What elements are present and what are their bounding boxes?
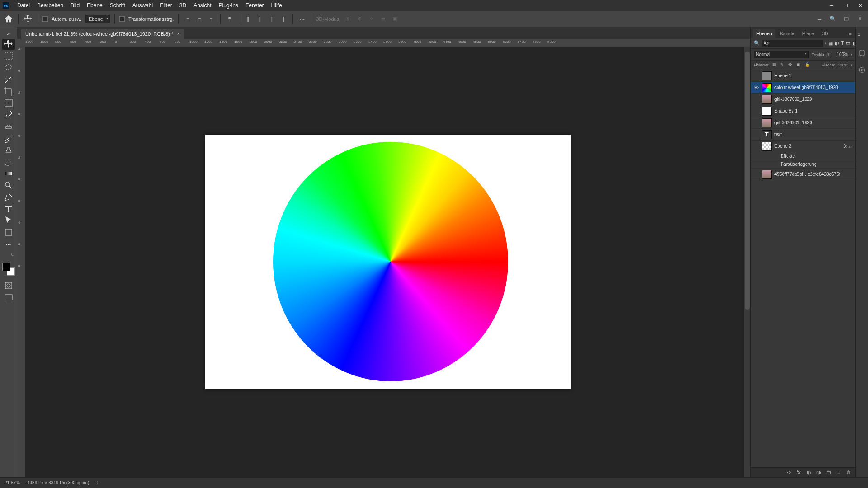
close-button[interactable]: ✕ — [854, 1, 867, 9]
foreground-color-swatch[interactable] — [2, 263, 10, 271]
align-stretch-icon[interactable]: ‖ — [279, 14, 288, 23]
layer-row[interactable]: 4558ff77db5af…c2efe8428e675f — [751, 169, 855, 180]
menu-filter[interactable]: Filter — [156, 2, 176, 9]
menu-select[interactable]: Auswahl — [129, 2, 156, 9]
pen-tool[interactable] — [2, 192, 15, 202]
fill-value[interactable]: 100% — [838, 63, 848, 67]
more-tools-icon[interactable]: ••• — [2, 239, 15, 249]
move-tool-icon[interactable] — [23, 14, 33, 24]
layer-visibility-icon[interactable] — [753, 120, 759, 126]
menu-view[interactable]: Ansicht — [190, 2, 215, 9]
layer-thumbnail[interactable] — [762, 118, 772, 127]
filter-type-icon[interactable]: T — [841, 40, 844, 47]
tab-paths[interactable]: Pfade — [799, 29, 818, 38]
canvas-viewport[interactable] — [25, 47, 750, 477]
status-disclosure-icon[interactable]: 〉 — [96, 480, 101, 486]
layer-thumbnail[interactable] — [762, 71, 772, 80]
brush-tool[interactable] — [2, 133, 15, 144]
path-selection-tool[interactable] — [2, 215, 15, 226]
layer-row[interactable]: Ttext — [751, 129, 855, 141]
layer-thumbnail[interactable] — [762, 170, 772, 179]
horizontal-ruler[interactable]: 1200100080060040020002004006008001000120… — [25, 39, 750, 47]
search-icon[interactable]: 🔍 — [828, 14, 837, 23]
layer-thumbnail[interactable] — [762, 142, 772, 151]
healing-brush-tool[interactable] — [2, 121, 15, 132]
align-left-icon[interactable]: ≡ — [183, 14, 192, 23]
canvas-artboard[interactable] — [205, 135, 571, 389]
menu-edit[interactable]: Bearbeiten — [33, 2, 67, 9]
crop-tool[interactable] — [2, 86, 15, 97]
move-tool[interactable] — [2, 39, 15, 50]
lock-all-icon[interactable]: 🔒 — [805, 62, 810, 68]
dodge-tool[interactable] — [2, 180, 15, 191]
lock-brush-icon[interactable]: ✎ — [780, 62, 786, 68]
auto-select-checkbox[interactable] — [42, 16, 48, 22]
toolbar-collapse-icon[interactable]: » — [2, 29, 15, 38]
home-icon[interactable] — [4, 14, 14, 24]
menu-layer[interactable]: Ebene — [83, 2, 106, 9]
menu-type[interactable]: Schrift — [106, 2, 129, 9]
layer-group-icon[interactable]: 🗀 — [826, 469, 833, 476]
clone-stamp-tool[interactable] — [2, 145, 15, 155]
lock-position-icon[interactable]: ✥ — [788, 62, 794, 68]
layer-thumbnail[interactable] — [762, 83, 772, 92]
layer-visibility-icon[interactable] — [753, 131, 759, 138]
magic-wand-tool[interactable] — [2, 74, 15, 85]
layer-list[interactable]: Ebene 1👁colour-wheel-gb9f78d013_1920girl… — [751, 70, 855, 467]
panel-menu-icon[interactable]: ≡ — [845, 29, 855, 38]
close-document-icon[interactable]: × — [177, 31, 180, 37]
minimize-button[interactable]: ─ — [825, 1, 838, 9]
layer-visibility-icon[interactable] — [753, 108, 759, 114]
layer-visibility-icon[interactable]: 👁 — [753, 84, 759, 91]
menu-file[interactable]: Datei — [14, 2, 33, 9]
layer-effect-row[interactable]: Effekte — [751, 152, 855, 160]
layer-name[interactable]: girl-1867092_1920 — [774, 97, 812, 102]
align-top-icon[interactable]: ‖ — [244, 14, 253, 23]
zoom-level[interactable]: 21,57% — [5, 480, 20, 485]
vertical-ruler[interactable]: 40200200400 — [17, 47, 25, 477]
layer-fx-badge[interactable]: fx ⌄ — [843, 144, 852, 149]
layer-name[interactable]: Ebene 2 — [774, 144, 791, 149]
layer-fx-icon[interactable]: fx — [797, 469, 803, 476]
new-layer-icon[interactable]: ＋ — [836, 469, 843, 476]
layer-row[interactable]: Ebene 2fx ⌄ — [751, 141, 855, 152]
maximize-button[interactable]: ☐ — [839, 1, 853, 9]
libraries-icon[interactable] — [858, 49, 866, 57]
menu-help[interactable]: Hilfe — [268, 2, 286, 9]
opacity-value[interactable]: 100% — [833, 52, 848, 57]
layer-name[interactable]: text — [774, 132, 782, 137]
align-right-icon[interactable]: ≡ — [207, 14, 216, 23]
share-icon[interactable]: ⇧ — [855, 14, 864, 23]
transform-controls-checkbox[interactable] — [119, 16, 125, 22]
lock-artboard-icon[interactable]: ▣ — [797, 62, 802, 68]
align-center-v-icon[interactable]: ‖ — [255, 14, 264, 23]
screen-mode-tool[interactable] — [2, 292, 15, 303]
layer-visibility-icon[interactable] — [753, 73, 759, 79]
layer-visibility-icon[interactable] — [753, 171, 759, 178]
properties-icon[interactable] — [858, 66, 866, 74]
shape-tool[interactable] — [2, 227, 15, 238]
layer-name[interactable]: Shape 87 1 — [774, 108, 797, 113]
scrollbar-thumb[interactable] — [745, 52, 750, 310]
workspace-icon[interactable]: ▢ — [842, 14, 851, 23]
menu-plugins[interactable]: Plug-ins — [215, 2, 242, 9]
layer-effect-row[interactable]: Farbüberlagerung — [751, 160, 855, 169]
filter-adjustment-icon[interactable]: ◐ — [835, 40, 839, 47]
align-bottom-icon[interactable]: ‖ — [267, 14, 276, 23]
layer-row[interactable]: girl-1867092_1920 — [751, 94, 855, 105]
type-tool[interactable] — [2, 203, 15, 214]
layer-thumbnail[interactable]: T — [762, 130, 772, 139]
layer-thumbnail[interactable] — [762, 95, 772, 104]
layer-visibility-icon[interactable] — [753, 96, 759, 103]
menu-image[interactable]: Bild — [67, 2, 83, 9]
more-options-icon[interactable]: ••• — [297, 14, 307, 23]
marquee-tool[interactable] — [2, 51, 15, 61]
layer-row[interactable]: girl-3626901_1920 — [751, 117, 855, 129]
layer-thumbnail[interactable] — [762, 107, 772, 116]
color-swatches[interactable] — [2, 263, 15, 276]
menu-window[interactable]: Fenster — [242, 2, 268, 9]
layer-name[interactable]: 4558ff77db5af…c2efe8428e675f — [774, 172, 840, 177]
gradient-tool[interactable] — [2, 168, 15, 179]
auto-select-target-dropdown[interactable]: Ebene — [85, 15, 110, 23]
adjustment-layer-icon[interactable]: ◑ — [816, 469, 823, 476]
